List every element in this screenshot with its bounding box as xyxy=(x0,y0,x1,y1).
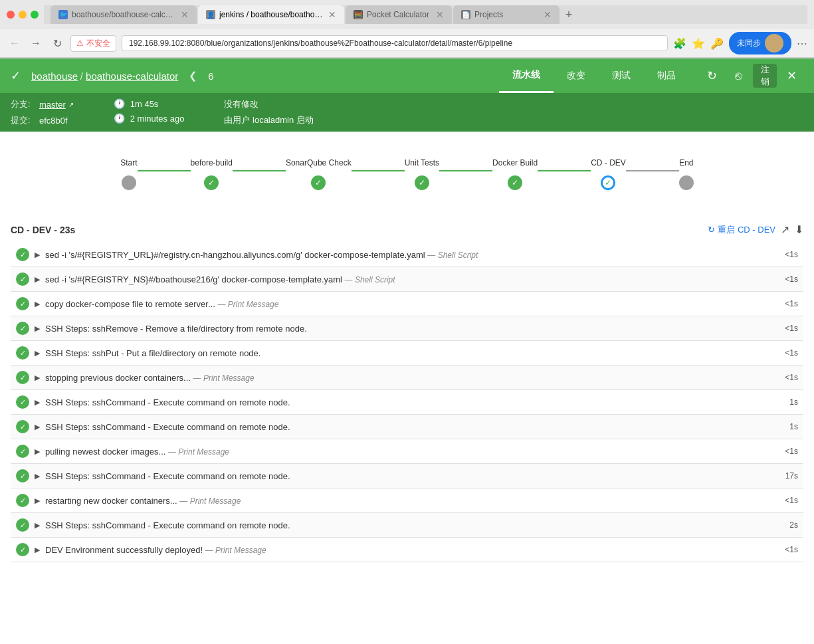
tab-jenkins[interactable]: 👤 jenkins / boathouse/boathouse ✕ xyxy=(198,5,344,24)
expand-arrow-icon[interactable]: ▶ xyxy=(35,349,40,358)
tab-close-boathouse[interactable]: ✕ xyxy=(181,9,189,20)
expand-arrow-icon[interactable]: ▶ xyxy=(35,546,40,554)
title-bar: 🐦 boathouse/boathouse-calcula... ✕ 👤 jen… xyxy=(0,0,814,29)
expand-arrow-icon[interactable]: ▶ xyxy=(35,374,40,382)
expand-arrow-icon[interactable]: ▶ xyxy=(35,521,40,530)
tab-tests[interactable]: 测试 xyxy=(599,58,644,93)
breadcrumb-repo-link[interactable]: boathouse-calculator xyxy=(86,70,178,82)
expand-arrow-icon[interactable]: ▶ xyxy=(35,251,40,259)
log-row-text: sed -i 's/#{REGISTRY_NS}#/boathouse216/g… xyxy=(45,274,773,284)
expand-arrow-icon[interactable]: ▶ xyxy=(35,300,40,308)
bookmarks-icon[interactable]: ⭐ xyxy=(692,37,705,50)
stage-unit-tests-node[interactable]: ✓ xyxy=(415,175,429,190)
expand-arrow-icon[interactable]: ▶ xyxy=(35,398,40,407)
close-window-button[interactable] xyxy=(7,11,15,19)
jenkins-app: ✓ boathouse / boathouse-calculator ❮ 6 流… xyxy=(0,58,814,562)
tab-close-projects[interactable]: ✕ xyxy=(544,9,552,20)
restart-button[interactable]: ↻ 重启 CD - DEV xyxy=(708,224,775,236)
log-row: ✓▶DEV Environment successfully deployed!… xyxy=(11,538,803,562)
stage-end-node[interactable] xyxy=(679,175,694,190)
stage-cd-dev-node[interactable]: ✓ xyxy=(601,175,615,190)
tab-boathouse[interactable]: 🐦 boathouse/boathouse-calcula... ✕ xyxy=(51,5,197,24)
back-button[interactable]: ← xyxy=(7,35,23,51)
security-badge: ⚠ 不安全 xyxy=(70,35,116,52)
status-check-icon: ✓ xyxy=(16,346,29,360)
branch-link[interactable]: master xyxy=(39,100,66,110)
status-check-icon: ✓ xyxy=(16,248,29,261)
browser-chrome: 🐦 boathouse/boathouse-calcula... ✕ 👤 jen… xyxy=(0,0,814,58)
log-row: ✓▶sed -i 's/#{REGISTRY_URL}#/registry.cn… xyxy=(11,243,803,267)
commit-value: efc8b0f xyxy=(39,116,68,126)
sync-button[interactable]: 未同步 xyxy=(729,32,791,54)
reload-button[interactable]: ↻ xyxy=(49,35,65,51)
log-row-text: SSH Steps: sshPut - Put a file/directory… xyxy=(45,348,773,358)
log-row-time: <1s xyxy=(778,373,798,382)
download-button[interactable]: ⬇ xyxy=(795,223,803,236)
expand-arrow-icon[interactable]: ▶ xyxy=(35,275,40,284)
log-row-time: 1s xyxy=(778,397,798,407)
expand-arrow-icon[interactable]: ▶ xyxy=(35,496,40,505)
tab-close-jenkins[interactable]: ✕ xyxy=(328,9,336,20)
stage-docker-build-node[interactable]: ✓ xyxy=(508,175,522,190)
tab-close-calculator[interactable]: ✕ xyxy=(436,9,444,20)
triggered-by-value: 由用户 localadmin 启动 xyxy=(224,114,313,126)
log-row-time: <1s xyxy=(778,447,798,456)
tab-changes[interactable]: 改变 xyxy=(554,58,599,93)
expand-arrow-icon[interactable]: ▶ xyxy=(35,324,40,333)
jenkins-header: ✓ boathouse / boathouse-calculator ❮ 6 流… xyxy=(0,58,814,93)
log-row: ✓▶sed -i 's/#{REGISTRY_NS}#/boathouse216… xyxy=(11,267,803,292)
stage-end-label: End xyxy=(679,158,693,167)
new-tab-button[interactable]: + xyxy=(561,7,577,23)
logout-button[interactable]: 注销 xyxy=(753,64,777,88)
signin-button[interactable]: ⎋ xyxy=(726,64,750,88)
build-meta-right: 没有修改 由用户 localadmin 启动 xyxy=(224,98,313,126)
log-row-text: SSH Steps: sshCommand - Execute command … xyxy=(45,422,773,432)
log-row-tag: — Shell Script xyxy=(427,251,478,260)
status-check-icon: ✓ xyxy=(16,395,29,409)
breadcrumb: boathouse / boathouse-calculator xyxy=(31,70,178,82)
tab-favicon-projects: 📄 xyxy=(461,10,470,19)
tab-calculator[interactable]: 🧮 Pocket Calculator ✕ xyxy=(346,5,452,24)
log-row: ✓▶copy docker-compose file to remote ser… xyxy=(11,292,803,316)
log-row-time: 17s xyxy=(778,471,798,481)
log-row-time: <1s xyxy=(778,545,798,554)
log-row-text: SSH Steps: sshCommand - Execute command … xyxy=(45,397,773,407)
password-icon[interactable]: 🔑 xyxy=(710,37,724,50)
url-input[interactable]: 192.168.99.102:8080/blue/organizations/j… xyxy=(122,35,668,51)
breadcrumb-org-link[interactable]: boathouse xyxy=(31,70,78,82)
expand-arrow-icon[interactable]: ▶ xyxy=(35,472,40,481)
address-bar: ← → ↻ ⚠ 不安全 192.168.99.102:8080/blue/org… xyxy=(0,29,814,58)
maximize-window-button[interactable] xyxy=(31,11,39,19)
expand-arrow-icon[interactable]: ▶ xyxy=(35,423,40,431)
stage-start-node[interactable] xyxy=(122,175,136,190)
tab-projects[interactable]: 📄 Projects ✕ xyxy=(453,5,560,24)
stage-before-build-node[interactable]: ✓ xyxy=(204,175,219,190)
log-row-tag: — Print Message xyxy=(168,447,229,457)
status-check-icon: ✓ xyxy=(16,272,29,286)
log-row: ✓▶SSH Steps: sshRemove - Remove a file/d… xyxy=(11,316,803,341)
build-info-bar: 分支: master ↗ 提交: efc8b0f 🕐 1m 45s 🕐 2 mi… xyxy=(0,93,814,132)
connector-3 xyxy=(352,170,405,171)
tab-favicon-calculator: 🧮 xyxy=(354,10,363,19)
connector-2 xyxy=(233,170,286,171)
status-check-icon: ✓ xyxy=(16,322,29,335)
stage-sonarqube-node[interactable]: ✓ xyxy=(311,175,326,190)
pipeline-stages-container: Start before-build ✓ SonarQube Check ✓ U… xyxy=(120,158,694,190)
commit-label: 提交: xyxy=(11,114,34,126)
tab-artifacts[interactable]: 制品 xyxy=(644,58,689,93)
tab-pipeline[interactable]: 流水线 xyxy=(499,58,554,93)
commit-row: 提交: efc8b0f xyxy=(11,114,74,126)
expand-arrow-icon[interactable]: ▶ xyxy=(35,447,40,456)
build-number: 6 xyxy=(208,70,213,82)
forward-button[interactable]: → xyxy=(28,35,44,51)
stage-unit-tests: Unit Tests ✓ xyxy=(405,158,439,190)
refresh-button[interactable]: ↻ xyxy=(700,64,724,88)
tab-favicon-boathouse: 🐦 xyxy=(58,10,68,19)
more-button[interactable]: ⋯ xyxy=(797,37,807,50)
duration-row: 🕐 1m 45s xyxy=(114,98,185,109)
extensions-icon[interactable]: 🧩 xyxy=(673,37,686,50)
minimize-window-button[interactable] xyxy=(19,11,27,19)
close-button[interactable]: ✕ xyxy=(779,64,803,88)
external-link-button[interactable]: ↗ xyxy=(781,223,789,236)
branch-label: 分支: xyxy=(11,98,34,110)
